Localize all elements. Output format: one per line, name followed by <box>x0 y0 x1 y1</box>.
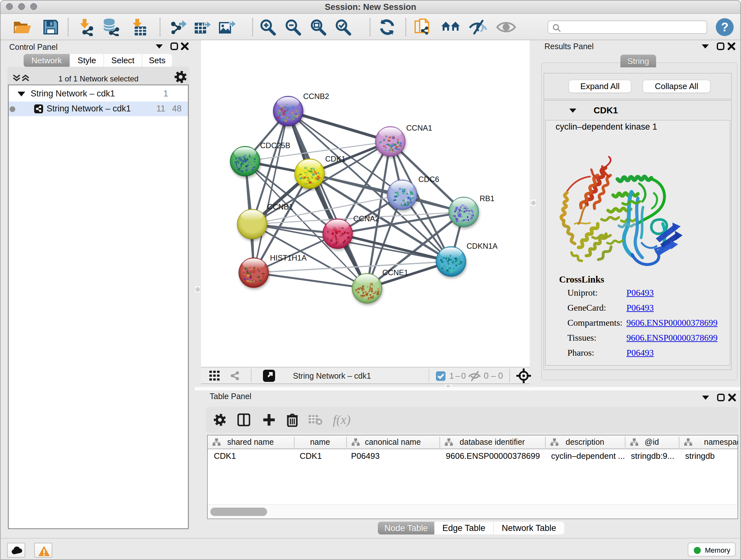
svg-text:CDC6: CDC6 <box>418 175 439 184</box>
svg-text:CCNA2: CCNA2 <box>353 214 379 223</box>
svg-text:CDC25B: CDC25B <box>260 141 290 150</box>
svg-text:CCNB2: CCNB2 <box>303 92 329 101</box>
svg-text:RB1: RB1 <box>480 194 495 203</box>
svg-text:HIST1H1A: HIST1H1A <box>270 253 307 262</box>
svg-text:CDKN1A: CDKN1A <box>467 242 497 250</box>
svg-text:CCNE1: CCNE1 <box>382 268 408 277</box>
svg-text:CDK1: CDK1 <box>325 154 346 163</box>
svg-text:?: ? <box>721 20 728 34</box>
svg-text:CCNB1: CCNB1 <box>267 202 293 211</box>
svg-text:CCNA1: CCNA1 <box>406 124 432 132</box>
